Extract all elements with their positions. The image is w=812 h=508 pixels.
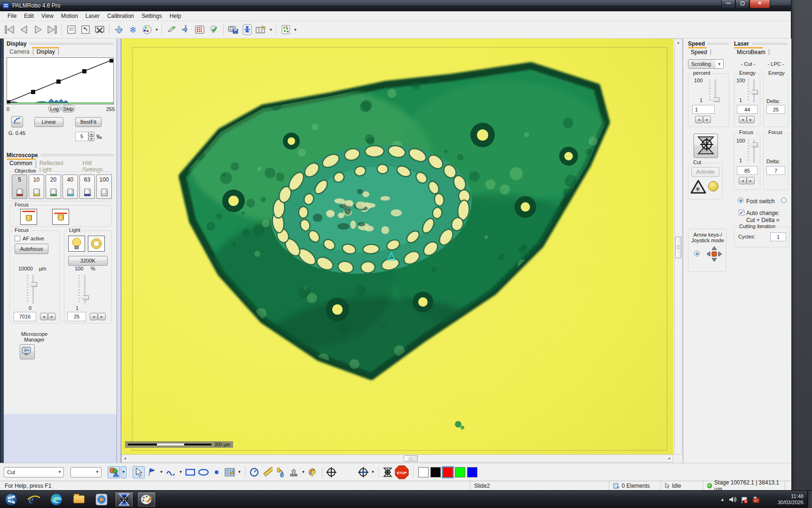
focus-spinner[interactable]: ◄► bbox=[40, 313, 56, 320]
tab-camera[interactable]: Camera bbox=[7, 48, 32, 56]
microscope-manager-button[interactable] bbox=[20, 344, 35, 359]
target-dropdown-icon[interactable]: ▼ bbox=[370, 466, 375, 478]
light-spinner[interactable]: ◄► bbox=[90, 313, 106, 320]
rectangle-tool-button[interactable] bbox=[184, 466, 196, 478]
cut-focus-spinner[interactable]: ◄► bbox=[739, 177, 755, 184]
speed-meter-button[interactable] bbox=[248, 466, 260, 478]
gamma-curve-button[interactable] bbox=[11, 116, 23, 127]
taskbar-clock[interactable]: 11:48 30/03/2026 bbox=[778, 493, 804, 506]
lpc-focus-delta-input[interactable]: 7 bbox=[766, 166, 785, 175]
light-ring-button[interactable] bbox=[88, 236, 105, 252]
focus-touch-button[interactable] bbox=[52, 209, 69, 225]
lpc-energy-delta-input[interactable]: 25 bbox=[766, 105, 785, 114]
skip-button[interactable]: Skip bbox=[62, 105, 75, 112]
foot-switch-alt-radio[interactable] bbox=[781, 198, 787, 203]
cursor-tool-button[interactable] bbox=[133, 466, 145, 478]
shapes-tool-button[interactable] bbox=[108, 466, 120, 478]
cut-hourglass-button[interactable] bbox=[382, 466, 394, 478]
cut-energy-spinner[interactable]: ◄► bbox=[739, 116, 755, 123]
color-swatch-black[interactable] bbox=[430, 467, 441, 477]
cut-focus-slider[interactable] bbox=[747, 140, 759, 162]
tab-speed[interactable]: Speed bbox=[688, 48, 710, 56]
color-swatch-green[interactable] bbox=[455, 467, 465, 477]
horizontal-scrollbar[interactable]: ◄ ||| ► bbox=[121, 454, 673, 462]
secondary-select[interactable]: ▼ bbox=[70, 467, 102, 477]
ellipse-tool-button[interactable] bbox=[197, 466, 210, 478]
check-position-icon[interactable] bbox=[207, 23, 220, 36]
go-last-icon[interactable] bbox=[46, 23, 59, 36]
activate-button[interactable]: Activate bbox=[691, 167, 719, 177]
elements-list-icon[interactable] bbox=[279, 23, 292, 36]
palette-button[interactable] bbox=[307, 466, 319, 478]
dot-tool-button[interactable] bbox=[211, 466, 223, 478]
color-swatch-white[interactable] bbox=[418, 467, 429, 477]
taskbar-ie-icon[interactable]: e bbox=[24, 492, 43, 508]
start-button[interactable] bbox=[2, 492, 21, 508]
tool-mode-select[interactable]: Cut▼ bbox=[4, 467, 64, 477]
taskbar-explorer-icon[interactable] bbox=[70, 492, 88, 508]
color-palette-icon[interactable] bbox=[141, 23, 154, 36]
ruler-button[interactable] bbox=[261, 466, 273, 478]
vertical-scrollbar[interactable]: ▲ ||| bbox=[674, 39, 682, 454]
show-desktop-button[interactable] bbox=[807, 491, 812, 508]
undo-icon[interactable] bbox=[79, 23, 92, 36]
laser-ready-lamp[interactable] bbox=[708, 181, 718, 191]
skip-percent-input[interactable]: 5 bbox=[75, 132, 88, 141]
objective-100-button[interactable]: 100 bbox=[96, 175, 112, 199]
menu-file[interactable]: File bbox=[4, 12, 20, 20]
move-hand-icon[interactable] bbox=[112, 23, 125, 36]
speed-mode-select[interactable]: Scrolling▼ bbox=[688, 59, 724, 69]
go-first-icon[interactable] bbox=[3, 23, 16, 36]
reference-points-button[interactable] bbox=[274, 466, 287, 478]
cut-focus-input[interactable]: 85 bbox=[737, 166, 757, 175]
foot-switch-radio[interactable] bbox=[738, 198, 743, 203]
gradation-curve-plot[interactable] bbox=[7, 57, 114, 104]
shapes-dropdown-icon[interactable]: ▼ bbox=[121, 466, 126, 478]
log-button[interactable]: Log bbox=[48, 105, 61, 112]
bestfit-button[interactable]: BestFit bbox=[75, 117, 102, 127]
menu-calibration[interactable]: Calibration bbox=[103, 12, 138, 20]
menu-help[interactable]: Help bbox=[166, 12, 185, 20]
focus-up-button[interactable] bbox=[20, 209, 37, 225]
objective-63-button[interactable]: 63 bbox=[79, 175, 95, 199]
light-value-input[interactable]: 25 bbox=[67, 312, 86, 321]
volume-icon[interactable] bbox=[729, 496, 736, 503]
stop-button[interactable]: STOP bbox=[395, 466, 409, 478]
speed-spinner[interactable]: ◄► bbox=[695, 116, 711, 123]
navigator-compass-icon[interactable]: N bbox=[179, 23, 192, 36]
palette-dropdown-icon[interactable]: ▼ bbox=[154, 23, 159, 36]
action-center-icon[interactable] bbox=[741, 496, 748, 503]
center-target-button[interactable] bbox=[357, 466, 369, 478]
menu-laser[interactable]: Laser bbox=[82, 12, 103, 20]
freehand-tool-button[interactable] bbox=[165, 466, 177, 478]
resize-grip[interactable] bbox=[785, 481, 791, 490]
cut-energy-slider[interactable] bbox=[747, 79, 759, 102]
focus-value-input[interactable]: 7016 bbox=[14, 312, 36, 321]
flag-tool-button[interactable] bbox=[146, 466, 158, 478]
skip-percent-spinner[interactable]: ▲ ▼ bbox=[88, 132, 94, 141]
grid-capture-button[interactable] bbox=[224, 466, 236, 478]
objective-10-button[interactable]: 10 bbox=[29, 175, 44, 199]
taskbar-paint-icon[interactable] bbox=[137, 492, 156, 508]
taskbar-palmrobo-icon[interactable] bbox=[115, 492, 133, 508]
flag-dropdown-icon[interactable]: ▼ bbox=[159, 466, 164, 478]
joystick-mode-radio[interactable] bbox=[694, 251, 700, 256]
objective-40-button[interactable]: 40 bbox=[62, 175, 78, 199]
cycles-input[interactable]: 1 bbox=[770, 232, 786, 241]
stamp-button[interactable] bbox=[288, 466, 300, 478]
af-active-checkbox[interactable] bbox=[15, 236, 20, 241]
light-slider[interactable] bbox=[78, 275, 90, 303]
user-icon[interactable] bbox=[241, 23, 254, 36]
menu-settings[interactable]: Settings bbox=[138, 12, 165, 20]
maximize-button[interactable]: ▢ bbox=[735, 0, 750, 8]
taskbar-wmp-icon[interactable] bbox=[92, 492, 111, 508]
element-grid-icon[interactable] bbox=[193, 23, 206, 36]
menu-motion[interactable]: Motion bbox=[57, 12, 82, 20]
tab-display[interactable]: Display bbox=[34, 48, 58, 56]
go-next-icon[interactable] bbox=[31, 23, 45, 36]
objective-5-button[interactable]: 5 bbox=[12, 175, 27, 199]
light-bulb-button[interactable] bbox=[68, 236, 85, 252]
microscope-image-viewport[interactable]: 300 µm bbox=[121, 39, 673, 454]
snapshot-save-icon[interactable] bbox=[226, 23, 240, 36]
stamp-dropdown-icon[interactable]: ▼ bbox=[301, 466, 306, 478]
